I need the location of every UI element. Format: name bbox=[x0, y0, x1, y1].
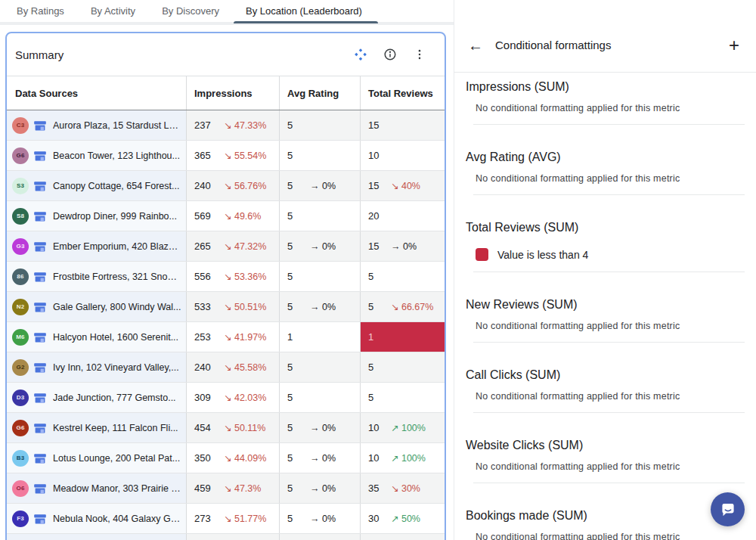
back-arrow-icon[interactable]: ← bbox=[468, 38, 483, 53]
table-row: G2 Ivy Inn, 102 Vineyard Valley,... 240↘… bbox=[7, 352, 445, 383]
avatar: F3 bbox=[12, 511, 29, 527]
chat-button[interactable] bbox=[711, 492, 745, 526]
metric-section: New Reviews (SUM) No conditional formatt… bbox=[454, 290, 756, 343]
storefront-icon bbox=[33, 452, 47, 465]
total-reviews-trend: ↘ 40% bbox=[391, 180, 420, 191]
impressions-trend: ↘ 51.77% bbox=[224, 513, 266, 524]
impressions-cell: 365↘ 55.54% bbox=[187, 141, 280, 170]
impressions-cell: 569↘ 49.6% bbox=[187, 201, 280, 231]
avatar: C3 bbox=[12, 117, 29, 134]
storefront-icon bbox=[33, 119, 47, 132]
add-formatting-icon[interactable]: + bbox=[729, 36, 739, 54]
avg-rating-cell: 5→ 0% bbox=[280, 473, 361, 503]
impressions-cell: 556↘ 53.36% bbox=[187, 262, 280, 291]
avg-rating-trend: → 0% bbox=[310, 423, 336, 433]
metric-status: No conditional formatting applied for th… bbox=[476, 461, 745, 472]
data-source-cell: C3 Aurora Plaza, 15 Stardust La... bbox=[7, 110, 187, 140]
tab-by-ratings[interactable]: By Ratings bbox=[17, 0, 64, 23]
tab-by-discovery[interactable]: By Discovery bbox=[162, 0, 219, 23]
total-reviews-cell: 15 bbox=[361, 110, 445, 140]
total-reviews-value: 10 bbox=[368, 452, 391, 464]
table-row: F3 Nebula Nook, 404 Galaxy Ga... 273↘ 51… bbox=[7, 504, 445, 534]
tab-bar: By Ratings By Activity By Discovery By L… bbox=[0, 0, 454, 25]
avg-rating-trend: → 0% bbox=[310, 514, 336, 524]
storefront-icon bbox=[33, 209, 47, 223]
tab-by-activity[interactable]: By Activity bbox=[91, 0, 135, 23]
metric-title: Call Clicks (SUM) bbox=[466, 368, 745, 382]
avg-rating-value: 5 bbox=[287, 513, 310, 524]
data-source-cell: 86 Frostbite Fortress, 321 Snow... bbox=[7, 262, 187, 291]
table-row: M6 Halcyon Hotel, 1600 Serenit... 253↘ 4… bbox=[7, 322, 445, 352]
total-reviews-cell: 5↘ 66.67% bbox=[361, 292, 445, 321]
avg-rating-trend: → 0% bbox=[310, 453, 336, 464]
metric-status: No conditional formatting applied for th… bbox=[476, 103, 745, 113]
avatar: S8 bbox=[12, 208, 29, 225]
avg-rating-trend: → 0% bbox=[310, 241, 336, 252]
total-reviews-value: 5 bbox=[368, 392, 391, 403]
move-icon[interactable] bbox=[354, 48, 367, 61]
impressions-trend: ↘ 50.11% bbox=[224, 422, 265, 433]
metric-title: Website Clicks (SUM) bbox=[466, 439, 745, 452]
impressions-trend: ↘ 42.03% bbox=[224, 392, 266, 403]
data-source-name: Jade Junction, 777 Gemsto... bbox=[53, 393, 186, 403]
total-reviews-value: 10 bbox=[368, 150, 391, 161]
impressions-value: 556 bbox=[194, 271, 224, 282]
metric-title: Impressions (SUM) bbox=[466, 80, 745, 94]
impressions-trend: ↘ 53.36% bbox=[224, 271, 266, 282]
total-reviews-cell: 20 bbox=[361, 201, 445, 231]
total-reviews-cell: 10↗ 100% bbox=[361, 443, 445, 473]
metric-section: Call Clicks (SUM) No conditional formatt… bbox=[454, 361, 756, 413]
conditional-formatting-panel: ← Conditional formattings + Impressions … bbox=[454, 0, 756, 540]
data-source-name: Beacon Tower, 123 Lighthou... bbox=[53, 151, 186, 161]
column-header-total-reviews[interactable]: Total Reviews bbox=[361, 76, 445, 110]
total-reviews-cell: 5 bbox=[361, 352, 445, 382]
avatar: D3 bbox=[12, 389, 29, 406]
kebab-menu-icon[interactable] bbox=[413, 48, 426, 61]
storefront-icon bbox=[33, 361, 47, 374]
metric-section: Website Clicks (SUM) No conditional form… bbox=[454, 431, 756, 483]
data-source-name: Halcyon Hotel, 1600 Serenit... bbox=[53, 332, 186, 343]
total-reviews-cell bbox=[361, 534, 445, 540]
impressions-value: 265 bbox=[194, 241, 224, 252]
impressions-cell: 273↘ 51.77% bbox=[187, 504, 280, 533]
column-header-impressions[interactable]: Impressions bbox=[187, 76, 280, 110]
avatar: G6 bbox=[12, 147, 29, 164]
data-source-name: Aurora Plaza, 15 Stardust La... bbox=[53, 120, 186, 131]
total-reviews-value: 35 bbox=[368, 483, 391, 494]
table-header-row: Data Sources Impressions Avg Rating Tota… bbox=[7, 76, 445, 110]
tab-by-location-leaderboard[interactable]: By Location (Leaderboard) bbox=[246, 0, 362, 23]
impressions-cell: 265↘ 47.32% bbox=[187, 231, 280, 261]
table-row: 86 Frostbite Fortress, 321 Snow... 556↘ … bbox=[7, 262, 445, 292]
storefront-icon bbox=[33, 482, 47, 495]
avatar: 86 bbox=[12, 268, 29, 285]
avg-rating-cell bbox=[280, 534, 361, 540]
metric-title: Bookings made (SUM) bbox=[466, 509, 745, 523]
impressions-cell: 237↘ 47.33% bbox=[187, 110, 280, 140]
data-source-cell: B3 Lotus Lounge, 200 Petal Pat... bbox=[7, 443, 187, 473]
storefront-icon bbox=[33, 421, 47, 435]
total-reviews-trend: ↘ 66.67% bbox=[391, 301, 433, 312]
report-pane: By Ratings By Activity By Discovery By L… bbox=[0, 0, 454, 540]
storefront-icon bbox=[33, 331, 47, 344]
avg-rating-value: 5 bbox=[287, 271, 310, 282]
info-icon[interactable] bbox=[383, 48, 397, 61]
metric-status[interactable]: Value is less than 4 bbox=[476, 248, 745, 261]
data-source-name: Dewdrop Diner, 999 Rainbo... bbox=[53, 211, 186, 222]
avg-rating-cell: 5 bbox=[280, 352, 361, 382]
impressions-cell: 309↘ 42.03% bbox=[187, 383, 280, 412]
avg-rating-cell: 5→ 0% bbox=[280, 413, 361, 442]
column-header-avg-rating[interactable]: Avg Rating bbox=[280, 76, 361, 110]
table-row: G6 Beacon Tower, 123 Lighthou... 365↘ 55… bbox=[7, 141, 445, 171]
metric-status: No conditional formatting applied for th… bbox=[476, 532, 745, 540]
panel-title: Conditional formattings bbox=[495, 39, 611, 51]
panel-header: ← Conditional formattings + bbox=[454, 0, 756, 73]
impressions-trend: ↘ 44.09% bbox=[224, 452, 266, 464]
table-row-partial bbox=[7, 534, 445, 540]
total-reviews-trend: ↘ 30% bbox=[391, 483, 420, 494]
column-header-data-sources[interactable]: Data Sources bbox=[7, 76, 187, 110]
data-source-name: Lotus Lounge, 200 Petal Pat... bbox=[53, 453, 186, 464]
data-source-cell: N2 Gale Gallery, 800 Windy Wal... bbox=[7, 292, 187, 321]
avg-rating-value: 5 bbox=[287, 483, 310, 494]
avg-rating-cell: 5→ 0% bbox=[280, 292, 361, 321]
summary-card-header: Summary bbox=[7, 33, 445, 76]
